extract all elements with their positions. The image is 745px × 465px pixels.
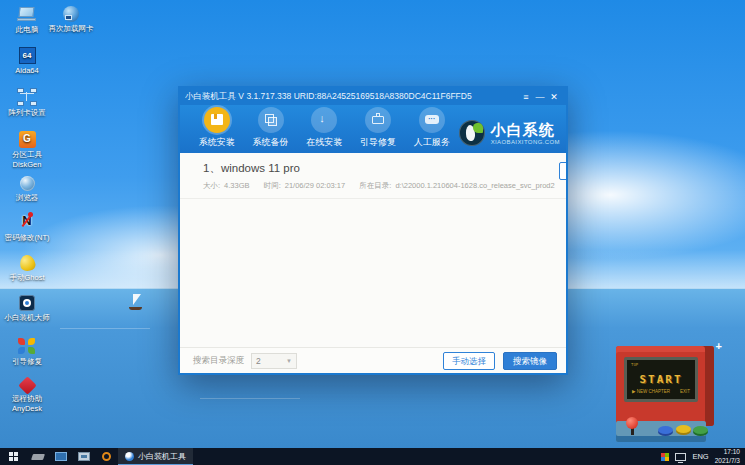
tab-label: 人工服务 — [405, 136, 459, 149]
ghost-icon — [18, 254, 36, 273]
arcade-machine: + TOP START ▶ NEW CHAPTER EXIT — [616, 346, 714, 442]
taskbar: 小白装机工具 ENG 17:10 2021/7/3 — [0, 448, 745, 465]
sparkle-icon: + — [716, 340, 722, 352]
brand-site: XIAOBAIXITONG.COM — [491, 139, 560, 145]
os-name: windows 11 pro — [221, 162, 300, 174]
tab-boot-repair[interactable]: 引导修复 — [351, 107, 405, 149]
menu-button[interactable]: ≡ — [519, 90, 533, 104]
joystick-ball — [626, 417, 638, 429]
brand-logo: 小白系统 XIAOBAIXITONG.COM — [459, 120, 560, 149]
arcade-control-deck — [616, 421, 706, 442]
install-button[interactable]: 安装 — [559, 162, 566, 180]
anydesk-icon — [18, 376, 36, 394]
desktop-icon-aida64[interactable]: 64 Aida64 — [4, 47, 50, 76]
time-value: 21/06/29 02:03:17 — [285, 181, 345, 190]
xiaobai-logo-icon — [459, 120, 485, 146]
desktop-icon-nt-password[interactable]: N 密码修改(NT) — [4, 213, 50, 243]
start-button[interactable] — [0, 448, 26, 465]
desktop-icon-anydesk[interactable]: 远程协助AnyDesk — [4, 377, 50, 414]
windows-start-icon — [9, 452, 18, 461]
manual-select-button[interactable]: 手动选择 — [443, 352, 495, 370]
taskbar-running-app[interactable]: 小白装机工具 — [118, 448, 193, 465]
language-indicator[interactable]: ENG — [692, 452, 708, 461]
system-backup-icon — [258, 107, 284, 133]
browser-globe-icon — [20, 176, 35, 191]
os-list: 1、windows 11 pro 大小:4.33GB 时间:21/06/29 0… — [180, 153, 566, 347]
tab-label: 系统安装 — [190, 136, 244, 149]
nt-password-icon: N — [16, 213, 38, 231]
arcade-menu-exit: EXIT — [680, 389, 690, 394]
desktop-icon-manual-ghost[interactable]: 手动Ghost — [4, 255, 50, 283]
search-image-button[interactable]: 搜索镜像 — [503, 352, 557, 370]
desktop-icon-xiaobai-master[interactable]: 小白装机大师 — [4, 295, 50, 323]
icon-label: 远程协助AnyDesk — [4, 394, 50, 414]
os-list-item[interactable]: 1、windows 11 pro 大小:4.33GB 时间:21/06/29 0… — [180, 153, 566, 199]
arcade-screen-top-text: TOP — [631, 362, 638, 367]
icon-label: Aida64 — [4, 66, 50, 76]
os-index: 1、 — [203, 162, 221, 174]
icon-label: 分区工具DiskGen — [4, 150, 50, 170]
icon-label: 小白装机大师 — [4, 313, 50, 323]
icon-label: 阵列卡设置 — [4, 108, 50, 118]
icon-label: 此电脑 — [4, 25, 50, 35]
xiaobai-tool-window: 小白装机工具 V 3.1.717.338 URID:88A24525169518… — [178, 86, 568, 375]
window-titlebar[interactable]: 小白装机工具 V 3.1.717.338 URID:88A24525169518… — [180, 88, 566, 105]
dir-label: 所在目录: — [359, 181, 391, 190]
icon-label: 密码修改(NT) — [4, 233, 50, 243]
tray-network-icon[interactable] — [675, 453, 686, 461]
search-depth-value: 2 — [256, 356, 261, 366]
desktop-icon-raid-setup[interactable]: 阵列卡设置 — [4, 88, 50, 118]
icon-label: 浏览器 — [4, 193, 50, 203]
size-label: 大小: — [203, 181, 220, 190]
size-value: 4.33GB — [224, 181, 249, 190]
arcade-bezel: TOP START ▶ NEW CHAPTER EXIT — [624, 357, 698, 402]
wave — [60, 328, 150, 329]
icon-label: 手动Ghost — [4, 273, 50, 283]
support-chat-icon: ··· — [419, 107, 445, 133]
arcade-cabinet: TOP START ▶ NEW CHAPTER EXIT — [616, 346, 714, 426]
arcade-button-blue — [658, 426, 673, 434]
tray-colors-icon[interactable] — [661, 453, 669, 461]
aida64-icon: 64 — [19, 47, 36, 64]
taskbar-display-icon[interactable] — [49, 448, 72, 465]
tab-support[interactable]: ··· 人工服务 — [405, 107, 459, 149]
search-depth-label: 搜索目录深度 — [193, 355, 244, 367]
arcade-start-text: START — [627, 373, 695, 386]
taskbar-keyboard-icon[interactable] — [26, 448, 49, 465]
clock[interactable]: 17:10 2021/7/3 — [715, 448, 740, 465]
windows-logo-icon — [193, 163, 194, 179]
tab-label: 系统备份 — [244, 136, 298, 149]
diskgenius-icon: G — [19, 131, 36, 148]
online-install-icon: ↓ — [311, 107, 337, 133]
chevron-down-icon: ▼ — [286, 358, 292, 364]
close-button[interactable]: ✕ — [547, 90, 561, 104]
nav-bar: 系统安装 系统备份 ↓ 在线安装 引导修复 ··· 人工服务 小白系统 — [180, 105, 566, 153]
icon-label: 引导修复 — [4, 357, 50, 367]
window-title: 小白装机工具 V 3.1.717.338 URID:88A24525169518… — [185, 91, 519, 103]
globe-network-icon — [63, 6, 79, 22]
minimize-button[interactable]: — — [533, 90, 547, 104]
search-depth-select[interactable]: 2 ▼ — [251, 353, 297, 369]
desktop-icon-browser[interactable]: 浏览器 — [4, 175, 50, 203]
desktop-icon-boot-repair[interactable]: 引导修复 — [4, 337, 50, 367]
icon-label: 再次加载网卡 — [48, 24, 94, 34]
arcade-screen: TOP START ▶ NEW CHAPTER EXIT — [627, 360, 695, 399]
tab-label: 在线安装 — [297, 136, 351, 149]
boot-repair-icon — [365, 107, 391, 133]
xiaobai-taskbar-icon — [125, 452, 134, 461]
desktop-icon-reload-network[interactable]: 再次加载网卡 — [48, 5, 94, 34]
network-array-icon — [16, 88, 38, 106]
taskbar-computer-icon[interactable] — [72, 448, 95, 465]
arcade-menu-new-chapter: ▶ NEW CHAPTER — [632, 389, 670, 394]
desktop: + TOP START ▶ NEW CHAPTER EXIT — [0, 0, 745, 465]
brand-name: 小白系统 — [491, 122, 560, 137]
desktop-icon-diskgenius[interactable]: G 分区工具DiskGen — [4, 131, 50, 170]
tab-system-install[interactable]: 系统安装 — [190, 107, 244, 149]
tab-online-install[interactable]: ↓ 在线安装 — [297, 107, 351, 149]
desktop-icon-this-pc[interactable]: 此电脑 — [4, 5, 50, 35]
taskbar-search-icon[interactable] — [95, 448, 118, 465]
sailboat — [129, 294, 143, 310]
window-footer: 搜索目录深度 2 ▼ 手动选择 搜索镜像 — [180, 347, 566, 373]
computer-icon — [16, 5, 38, 23]
tab-system-backup[interactable]: 系统备份 — [244, 107, 298, 149]
